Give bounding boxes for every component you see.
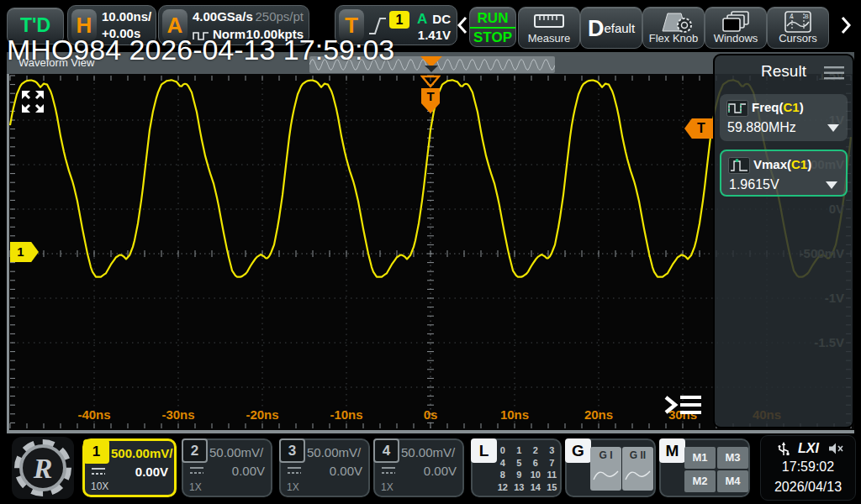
- logic-channel-label: 9: [511, 469, 528, 481]
- logic-channel-label: 4: [494, 457, 511, 470]
- trigger-position-outline-icon: [420, 75, 441, 88]
- channel2-coupling-icon: [189, 466, 204, 475]
- screenshot-stamp: MHO984 2026-04-13 17:59:03: [7, 34, 394, 66]
- channel3-probe: 1X: [287, 481, 299, 493]
- svg-text:-30ns: -30ns: [161, 407, 194, 422]
- logic-channel-label: 14: [527, 481, 544, 494]
- svg-text:-20ns: -20ns: [246, 407, 278, 422]
- horizontal-scale: 10.00ns/: [102, 9, 151, 24]
- gen1-label: G I: [590, 449, 621, 461]
- logic-channel-label: 8: [494, 469, 511, 481]
- trigger-level: 1.41V: [418, 28, 451, 42]
- cursors-label: Cursors: [768, 32, 828, 45]
- vmax-dropdown-caret-icon[interactable]: [826, 181, 837, 189]
- channel1-scale: 500.00mV/: [111, 446, 172, 460]
- measurement-card-vmax[interactable]: Vmax(C1) 1.9615V: [720, 150, 848, 197]
- measure-button[interactable]: Measure: [518, 7, 580, 49]
- mute-icon: [828, 443, 844, 454]
- svg-text:B: B: [805, 13, 809, 19]
- usb-icon: [776, 442, 791, 457]
- freq-source: C1: [784, 100, 800, 114]
- channel2-button[interactable]: 2 50.00mV/ 0.00V 1X: [182, 438, 272, 497]
- flex-knob-label: Flex Knob: [643, 32, 704, 45]
- flex-knob-button[interactable]: Flex Knob: [642, 7, 705, 49]
- expand-view-icon[interactable]: [20, 89, 45, 114]
- channel2-probe: 1X: [189, 481, 202, 493]
- gen2-tile[interactable]: G II: [622, 447, 653, 491]
- freq-close: ): [800, 100, 804, 114]
- gen1-tile[interactable]: G I: [590, 447, 621, 491]
- channel3-button[interactable]: 3 50.00mV/ 0.00V 1X: [279, 438, 370, 497]
- math4-tile[interactable]: M4: [717, 470, 748, 492]
- scroll-left-icon[interactable]: [457, 16, 467, 34]
- run-label: RUN: [470, 9, 515, 29]
- svg-text:-10ns: -10ns: [330, 407, 362, 422]
- measurement-card-freq[interactable]: Freq(C1) 59.880MHz: [720, 94, 848, 141]
- cursors-button[interactable]: A B Cursors: [767, 7, 829, 49]
- logic-channel-label: 2: [527, 444, 544, 457]
- windows-icon: [721, 11, 750, 33]
- default-button[interactable]: Default: [580, 7, 642, 49]
- math-badge: M: [659, 438, 685, 463]
- channel1-offset: 0.00V: [135, 465, 168, 479]
- menu-expand-icon[interactable]: [663, 391, 703, 418]
- gen1-sine-icon: [590, 465, 621, 485]
- ruler-icon: [534, 13, 564, 29]
- trigger-coupling: DC: [432, 12, 451, 26]
- trigger-source-badge: 1: [389, 11, 409, 29]
- vmax-name: Vmax(: [753, 157, 791, 171]
- channel4-button[interactable]: 4 50.00mV/ 0.00V 1X: [373, 438, 464, 497]
- math1-tile[interactable]: M1: [684, 447, 716, 469]
- bottom-toolbar: R 1 500.00mV/ 0.00V 10X 2 50.00mV/ 0.00V…: [0, 433, 861, 504]
- logic-channel-label: 12: [494, 481, 511, 494]
- trigger-aux-label: A: [417, 11, 427, 28]
- logo-button[interactable]: R: [12, 437, 74, 499]
- vmax-close: ): [807, 157, 811, 171]
- trigger-level-label: T: [697, 121, 705, 135]
- channel2-badge: 2: [182, 438, 208, 463]
- logic-channel-label: 11: [544, 469, 561, 481]
- svg-text:10ns: 10ns: [500, 407, 529, 422]
- channel3-scale: 50.00mV/: [307, 445, 361, 459]
- logic-channel-label: 7: [544, 457, 561, 470]
- channel3-badge: 3: [279, 438, 305, 463]
- logic-channel-label: 5: [511, 457, 528, 470]
- generator-button[interactable]: G G I G II: [565, 438, 656, 497]
- channel1-badge: 1: [83, 439, 109, 464]
- logic-channel-label: 1: [511, 444, 528, 457]
- status-date: 2026/04/13: [761, 480, 855, 495]
- logic-channel-label: 6: [527, 457, 544, 470]
- vmax-source: C1: [791, 157, 807, 171]
- logic-channel-label: 3: [544, 444, 561, 457]
- channel1-probe: 10X: [91, 480, 108, 492]
- svg-text:-40ns: -40ns: [77, 407, 110, 422]
- math-button[interactable]: M M1 M3 M2 M4: [659, 438, 750, 497]
- logic-channel-label: 10: [527, 469, 544, 481]
- channel1-button[interactable]: 1 500.00mV/ 0.00V 10X: [82, 438, 177, 497]
- channel1-offset-label: 1: [17, 244, 24, 259]
- gen2-label: G II: [622, 449, 653, 461]
- channel2-scale: 50.00mV/: [209, 445, 263, 459]
- result-menu-icon[interactable]: [824, 66, 844, 81]
- freq-name: Freq(: [752, 100, 784, 114]
- rigol-logo-icon: R: [12, 437, 74, 499]
- trigger-position-marker[interactable]: T: [420, 75, 441, 113]
- status-clock-box[interactable]: LXI 17:59:02 2026/04/13: [760, 435, 856, 501]
- windows-button[interactable]: Windows: [705, 7, 767, 49]
- math2-tile[interactable]: M2: [684, 470, 716, 492]
- trigger-position-tag: T: [421, 88, 440, 113]
- freq-dropdown-caret-icon[interactable]: [827, 124, 839, 132]
- math3-tile[interactable]: M3: [717, 447, 748, 469]
- channel4-scale: 50.00mV/: [401, 445, 455, 459]
- scroll-right-icon[interactable]: [841, 16, 851, 34]
- channel4-coupling-icon: [381, 466, 396, 475]
- run-stop-button[interactable]: RUN STOP: [469, 7, 516, 47]
- logic-channel-label: 15: [544, 481, 561, 494]
- stop-label: STOP: [470, 29, 515, 46]
- measure-label: Measure: [519, 32, 579, 45]
- channel1-coupling-icon: [91, 467, 106, 475]
- windows-label: Windows: [705, 32, 766, 45]
- channel4-offset: 0.00V: [424, 464, 457, 478]
- strip-trigger-arrow: [425, 66, 438, 72]
- channel4-badge: 4: [373, 438, 399, 463]
